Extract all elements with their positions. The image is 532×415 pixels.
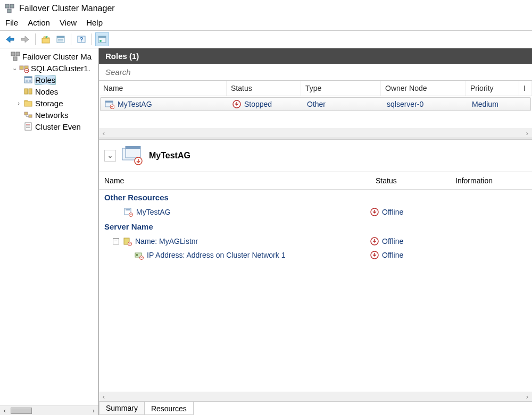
svg-rect-25 xyxy=(24,101,32,106)
role-name: MyTestAG xyxy=(118,100,152,108)
detail-body: Other Resources MyTestAG Offline xyxy=(99,190,532,392)
svg-rect-23 xyxy=(24,89,28,94)
storage-icon xyxy=(23,98,33,108)
chevron-right-icon[interactable]: › xyxy=(15,100,22,106)
scroll-thumb[interactable] xyxy=(11,408,32,414)
column-priority[interactable]: Priority xyxy=(466,81,519,96)
tree-item-label: Networks xyxy=(35,111,69,120)
svg-rect-48 xyxy=(136,254,138,256)
resource-row[interactable]: − Name: MyAGListnr Offline xyxy=(99,234,532,248)
role-type: Other xyxy=(307,100,326,108)
tree-root[interactable]: Failover Cluster Ma xyxy=(0,50,98,62)
refresh-button[interactable] xyxy=(95,32,109,46)
svg-text:?: ? xyxy=(80,36,84,43)
tree-item-roles[interactable]: Roles xyxy=(0,74,98,86)
main-area: Failover Cluster Ma ⌄ SQLAGCluster1. Rol… xyxy=(0,48,532,415)
tree-pane: Failover Cluster Ma ⌄ SQLAGCluster1. Rol… xyxy=(0,48,99,415)
toolbar-divider xyxy=(35,33,36,45)
tab-summary[interactable]: Summary xyxy=(99,402,145,415)
svg-rect-41 xyxy=(126,209,130,210)
tree-item-storage[interactable]: › Storage xyxy=(0,97,98,109)
stopped-icon xyxy=(232,100,241,108)
events-icon xyxy=(23,122,33,131)
search-input[interactable] xyxy=(104,67,527,77)
menu-view[interactable]: View xyxy=(60,18,77,27)
menu-help[interactable]: Help xyxy=(86,18,103,27)
tree-item-networks[interactable]: Networks xyxy=(0,109,98,121)
svg-rect-27 xyxy=(29,115,32,117)
svg-point-12 xyxy=(99,40,102,42)
server-name-icon xyxy=(122,236,132,246)
menu-file[interactable]: File xyxy=(5,18,18,27)
forward-button[interactable] xyxy=(18,32,32,46)
role-row[interactable]: MyTestAG Stopped Other sqlserver-0 Mediu… xyxy=(100,97,531,111)
scroll-right-icon[interactable]: › xyxy=(522,393,532,401)
offline-icon xyxy=(370,208,379,216)
svg-rect-2 xyxy=(7,9,11,13)
ip-address-icon xyxy=(134,250,144,260)
scroll-right-icon[interactable]: › xyxy=(89,406,98,414)
role-icon xyxy=(105,99,114,109)
search-bar xyxy=(99,64,532,81)
column-owner-node[interactable]: Owner Node xyxy=(381,81,466,96)
svg-rect-28 xyxy=(25,123,31,130)
scroll-left-icon[interactable]: ‹ xyxy=(99,393,109,401)
tree-cluster[interactable]: ⌄ SQLAGCluster1. xyxy=(0,62,98,74)
svg-rect-26 xyxy=(24,112,28,115)
resource-status: Offline xyxy=(382,237,403,245)
tree-item-label: Cluster Even xyxy=(35,122,81,131)
scroll-left-icon[interactable]: ‹ xyxy=(99,129,109,137)
svg-rect-22 xyxy=(29,80,31,82)
role-status: Stopped xyxy=(244,100,272,108)
nodes-icon xyxy=(23,87,33,96)
scroll-left-icon[interactable]: ‹ xyxy=(0,406,10,414)
resource-row[interactable]: IP Address: Address on Cluster Network 1… xyxy=(99,248,532,262)
scroll-right-icon[interactable]: › xyxy=(522,129,532,137)
column-type[interactable]: Type xyxy=(301,81,381,96)
column-name[interactable]: Name xyxy=(99,81,227,96)
collapse-icon[interactable]: − xyxy=(113,238,119,244)
tab-resources[interactable]: Resources xyxy=(144,402,194,415)
tree-item-nodes[interactable]: Nodes xyxy=(0,86,98,97)
detail-horizontal-scrollbar[interactable]: ‹ › xyxy=(99,392,532,401)
resource-name: IP Address: Address on Cluster Network 1 xyxy=(147,251,285,259)
resource-row[interactable]: MyTestAG Offline xyxy=(99,205,532,219)
toolbar: ? xyxy=(0,30,532,48)
roles-grid-body: MyTestAG Stopped Other sqlserver-0 Mediu… xyxy=(99,96,532,123)
svg-rect-33 xyxy=(105,101,113,103)
svg-rect-13 xyxy=(11,52,15,56)
resource-name: Name: MyAGListnr xyxy=(135,237,198,245)
section-server-name: Server Name xyxy=(99,219,532,234)
app-icon xyxy=(4,3,15,14)
resource-status: Offline xyxy=(382,208,403,216)
roles-horizontal-scrollbar[interactable]: ‹ › xyxy=(99,128,532,138)
section-other-resources: Other Resources xyxy=(99,190,532,205)
collapse-toggle[interactable]: ⌄ xyxy=(104,150,116,162)
menu-action[interactable]: Action xyxy=(28,18,50,27)
column-extra[interactable]: I xyxy=(519,81,532,96)
properties-button[interactable] xyxy=(54,32,68,46)
svg-rect-15 xyxy=(13,57,17,61)
svg-rect-21 xyxy=(26,80,28,82)
chevron-down-icon[interactable]: ⌄ xyxy=(11,65,18,72)
up-button[interactable] xyxy=(39,32,53,46)
toolbar-divider xyxy=(92,33,92,45)
detail-column-status[interactable]: Status xyxy=(370,174,450,187)
help-button[interactable]: ? xyxy=(74,32,88,46)
menubar: File Action View Help xyxy=(0,16,532,30)
detail-column-information[interactable]: Information xyxy=(450,174,532,187)
tree-horizontal-scrollbar[interactable]: ‹ › xyxy=(0,405,98,415)
detail-title-bar: ⌄ MyTestAG xyxy=(99,140,532,172)
svg-rect-24 xyxy=(29,89,32,94)
tree-item-cluster-events[interactable]: Cluster Even xyxy=(0,121,98,132)
tree-item-label: Roles xyxy=(35,75,55,84)
cluster-manager-icon xyxy=(11,52,20,61)
column-status[interactable]: Status xyxy=(227,81,301,96)
toolbar-divider xyxy=(71,33,71,45)
svg-rect-16 xyxy=(20,66,23,70)
resource-name: MyTestAG xyxy=(136,208,171,216)
back-button[interactable] xyxy=(3,32,17,46)
resource-status: Offline xyxy=(382,251,403,259)
tree: Failover Cluster Ma ⌄ SQLAGCluster1. Rol… xyxy=(0,48,98,405)
detail-column-name[interactable]: Name xyxy=(99,174,370,187)
